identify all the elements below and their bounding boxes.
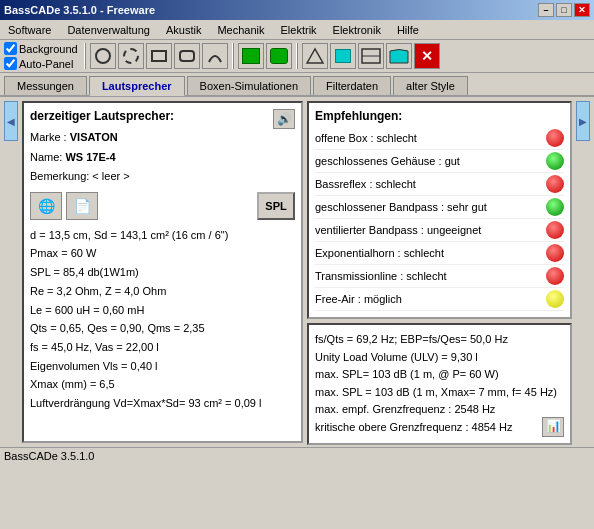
rec-row-0: offene Box : schlecht [315,127,564,150]
spec-block: d = 13,5 cm, Sd = 143,1 cm² (16 cm / 6")… [30,226,295,413]
toolbar-sep-1 [84,43,86,69]
stats-panel: fs/Qts = 69,2 Hz; EBP=fs/Qes= 50,0 Hz Un… [307,323,572,445]
titlebar: BassCADe 3.5.1.0 - Freeware – □ ✕ [0,0,594,20]
spec-line-5: Qts = 0,65, Qes = 0,90, Qms = 2,35 [30,319,295,338]
left-nav-arrow[interactable]: ◀ [4,101,18,141]
stat-line-3: max. SPL = 103 dB (1 m, Xmax= 7 mm, f= 4… [315,384,564,402]
right-panel: Empfehlungen: offene Box : schlecht gesc… [307,101,572,443]
toolbar-btn-circle[interactable] [90,43,116,69]
toolbar-btn-green-rect2[interactable] [266,43,292,69]
toolbar-btn-green-rect[interactable] [238,43,264,69]
svg-marker-0 [307,49,323,63]
rec-label-0: offene Box : schlecht [315,132,417,144]
rec-row-3: geschlossener Bandpass : sehr gut [315,196,564,219]
speaker-info: Marke : VISATON Name: WS 17E-4 Bemerkung… [30,129,295,186]
tab-messungen[interactable]: Messungen [4,76,87,95]
spec-line-9: Luftverdrängung Vd=Xmax*Sd= 93 cm² = 0,0… [30,394,295,413]
menu-software[interactable]: Software [4,22,55,38]
tab-alter-style[interactable]: alter Style [393,76,468,95]
menu-hilfe[interactable]: Hilfe [393,22,423,38]
close-button[interactable]: ✕ [574,3,590,17]
spl-button[interactable]: SPL [257,192,295,220]
name-row: Name: WS 17E-4 [30,149,295,167]
speaker-action-buttons: 🌐 📄 SPL [30,192,295,220]
background-checkbox[interactable]: Background [4,42,78,55]
spec-line-4: Le = 600 uH = 0,60 mH [30,301,295,320]
globe-icon-btn[interactable]: 🌐 [30,192,62,220]
rec-row-4: ventilierter Bandpass : ungeeignet [315,219,564,242]
toolbar-btn-red-x[interactable]: ✕ [414,43,440,69]
rec-label-4: ventilierter Bandpass : ungeeignet [315,224,481,236]
menu-mechanik[interactable]: Mechanik [213,22,268,38]
stat-line-5: kritische obere Grenzfrequenz : 4854 Hz [315,419,564,437]
spec-line-7: Eigenvolumen Vls = 0,40 l [30,357,295,376]
tab-filterdaten[interactable]: Filterdaten [313,76,391,95]
toolbar-btn-rect[interactable] [146,43,172,69]
rec-row-7: Free-Air : möglich [315,288,564,311]
brand-row: Marke : VISATON [30,129,295,147]
rec-label-2: Bassreflex : schlecht [315,178,416,190]
autopanel-checkbox[interactable]: Auto-Panel [4,57,78,70]
rec-title: Empfehlungen: [315,109,564,123]
rec-row-1: geschlossenes Gehäuse : gut [315,150,564,173]
statusbar: BassCADe 3.5.1.0 [0,447,594,463]
rec-row-2: Bassreflex : schlecht [315,173,564,196]
minimize-button[interactable]: – [538,3,554,17]
menu-elektrik[interactable]: Elektrik [277,22,321,38]
toolbar-btn-cyan4[interactable] [386,43,412,69]
statusbar-text: BassCADe 3.5.1.0 [4,450,95,462]
rec-status-4 [546,221,564,239]
toolbar-btn-rect2[interactable] [174,43,200,69]
maximize-button[interactable]: □ [556,3,572,17]
rec-status-1 [546,152,564,170]
toolbar-btn-cyan-half[interactable] [302,43,328,69]
recommendations-panel: Empfehlungen: offene Box : schlecht gesc… [307,101,572,319]
toolbar-sep-3 [296,43,298,69]
tab-boxen[interactable]: Boxen-Simulationen [187,76,311,95]
spec-line-3: Re = 3,2 Ohm, Z = 4,0 Ohm [30,282,295,301]
toolbar-btn-cyan3[interactable] [358,43,384,69]
rec-label-1: geschlossenes Gehäuse : gut [315,155,460,167]
rec-label-5: Exponentialhorn : schlecht [315,247,444,259]
toolbar-btn-cyan2[interactable] [330,43,356,69]
rec-status-0 [546,129,564,147]
rec-row-6: Transmissionline : schlecht [315,265,564,288]
stat-line-4: max. empf. Grenzfrequenz : 2548 Hz [315,401,564,419]
menubar: Software Datenverwaltung Akustik Mechani… [0,20,594,40]
rec-label-6: Transmissionline : schlecht [315,270,447,282]
rec-label-7: Free-Air : möglich [315,293,402,305]
stat-line-1: Unity Load Volume (ULV) = 9,30 l [315,349,564,367]
rec-status-7 [546,290,564,308]
menu-elektronik[interactable]: Elektronik [329,22,385,38]
window-controls: – □ ✕ [538,3,590,17]
menu-akustik[interactable]: Akustik [162,22,205,38]
rec-status-3 [546,198,564,216]
toolbar-btn-arc[interactable] [202,43,228,69]
speaker-panel-title: derzeitiger Lautsprecher: [30,109,295,123]
spec-line-1: Pmax = 60 W [30,244,295,263]
spec-line-2: SPL = 85,4 db(1W1m) [30,263,295,282]
menu-datenverwaltung[interactable]: Datenverwaltung [63,22,154,38]
titlebar-title: BassCADe 3.5.1.0 - Freeware [4,4,155,16]
rec-status-5 [546,244,564,262]
rec-status-6 [546,267,564,285]
rec-status-2 [546,175,564,193]
spec-line-0: d = 13,5 cm, Sd = 143,1 cm² (16 cm / 6") [30,226,295,245]
tabs: Messungen Lautsprecher Boxen-Simulatione… [0,73,594,97]
stat-line-0: fs/Qts = 69,2 Hz; EBP=fs/Qes= 50,0 Hz [315,331,564,349]
toolbar-btn-circle2[interactable] [118,43,144,69]
doc-icon-btn[interactable]: 📄 [66,192,98,220]
toolbar-sep-2 [232,43,234,69]
note-row: Bemerkung: < leer > [30,168,295,186]
rec-row-5: Exponentialhorn : schlecht [315,242,564,265]
rec-label-3: geschlossener Bandpass : sehr gut [315,201,487,213]
speaker-icon[interactable]: 🔊 [273,109,295,129]
stats-icon-btn[interactable]: 📊 [542,417,564,437]
left-panel: derzeitiger Lautsprecher: 🔊 Marke : VISA… [22,101,303,443]
right-nav-arrow[interactable]: ▶ [576,101,590,141]
spec-line-8: Xmax (mm) = 6,5 [30,375,295,394]
tab-lautsprecher[interactable]: Lautsprecher [89,76,185,96]
spec-line-6: fs = 45,0 Hz, Vas = 22,00 l [30,338,295,357]
stat-line-2: max. SPL= 103 dB (1 m, @ P= 60 W) [315,366,564,384]
toolbar: Background Auto-Panel [0,40,594,73]
